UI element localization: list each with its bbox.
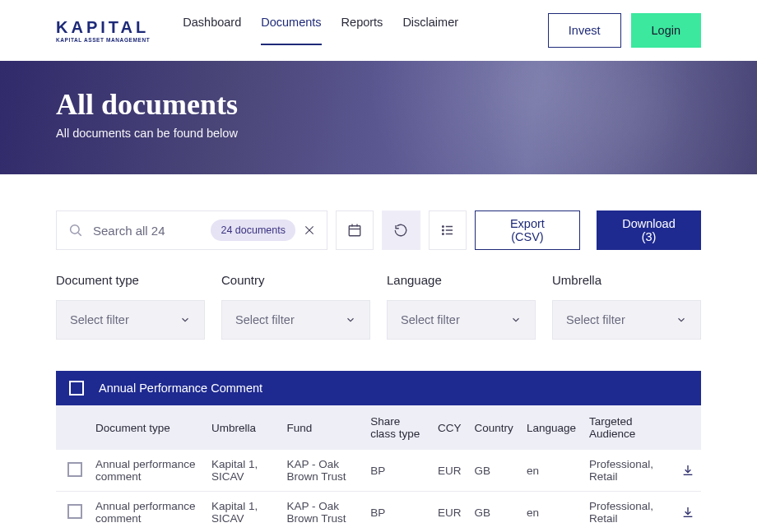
login-button[interactable]: Login [631, 13, 701, 48]
download-row-icon[interactable] [681, 464, 694, 477]
filter-document-type-select[interactable]: Select filter [56, 300, 205, 340]
clear-search-icon[interactable] [304, 224, 315, 236]
filter-placeholder: Select filter [401, 313, 460, 326]
hero-banner: All documents All documents can be found… [0, 61, 757, 174]
col-fund: Fund [280, 405, 364, 450]
results-count-chip: 24 documents [211, 220, 295, 241]
refresh-icon [393, 223, 408, 238]
table-row: Annual performance comment Kapital 1, SI… [56, 492, 701, 533]
main-nav: Dashboard Documents Reports Disclaimer [183, 16, 548, 45]
svg-point-11 [442, 226, 444, 228]
download-row-icon[interactable] [681, 506, 694, 519]
chevron-down-icon [179, 314, 191, 326]
table-group-header: Annual Performance Comment [56, 371, 701, 405]
svg-point-0 [71, 225, 80, 234]
filter-language-select[interactable]: Select filter [387, 300, 536, 340]
nav-reports[interactable]: Reports [341, 16, 383, 45]
col-audience: Targeted Audience [583, 405, 675, 450]
filter-placeholder: Select filter [566, 313, 625, 326]
toolbar: 24 documents Export (CSV) Download (3) [0, 174, 757, 250]
filters-row: Document type Select filter Country Sele… [0, 250, 757, 340]
filter-placeholder: Select filter [70, 313, 129, 326]
filter-umbrella: Umbrella Select filter [552, 273, 701, 340]
calendar-button[interactable] [336, 210, 374, 250]
col-share-class: Share class type [364, 405, 431, 450]
brand-tagline: KAPITAL ASSET MANAGEMENT [56, 37, 150, 43]
cell-audience: Professional, Retail [583, 450, 675, 492]
svg-line-1 [78, 233, 81, 236]
invest-button[interactable]: Invest [548, 13, 621, 48]
svg-rect-4 [349, 226, 360, 236]
svg-point-13 [442, 234, 444, 235]
cell-fund: KAP - Oak Brown Trust [280, 450, 364, 492]
col-umbrella: Umbrella [205, 405, 280, 450]
col-ccy: CCY [431, 405, 468, 450]
cell-language: en [520, 450, 583, 492]
filter-placeholder: Select filter [235, 313, 295, 326]
filter-country: Country Select filter [221, 273, 370, 340]
cell-umbrella: Kapital 1, SICAV [205, 492, 280, 533]
refresh-button[interactable] [382, 210, 420, 250]
chevron-down-icon [345, 314, 356, 326]
header-actions: Invest Login [548, 13, 701, 48]
export-csv-button[interactable]: Export (CSV) [475, 210, 580, 250]
filter-country-select[interactable]: Select filter [221, 300, 370, 340]
cell-ccy: EUR [431, 492, 468, 533]
page-subtitle: All documents can be found below [56, 127, 701, 140]
chevron-down-icon [510, 314, 522, 326]
filter-label: Country [221, 273, 370, 287]
cell-language: en [520, 492, 583, 533]
chevron-down-icon [676, 314, 687, 326]
svg-point-12 [442, 229, 444, 231]
list-icon [440, 223, 455, 238]
row-checkbox[interactable] [67, 462, 82, 477]
documents-table: Annual Performance Comment Document type… [0, 340, 757, 532]
search-input[interactable] [93, 224, 202, 238]
search-box[interactable]: 24 documents [56, 210, 327, 250]
cell-ccy: EUR [431, 450, 468, 492]
filter-document-type: Document type Select filter [56, 273, 205, 340]
nav-documents[interactable]: Documents [261, 16, 321, 45]
brand-name: KAPITAL [56, 18, 150, 37]
cell-share: BP [364, 492, 431, 533]
select-all-checkbox[interactable] [69, 381, 84, 396]
filter-language: Language Select filter [387, 273, 536, 340]
group-title: Annual Performance Comment [99, 382, 262, 395]
search-icon [68, 223, 83, 238]
row-checkbox[interactable] [67, 504, 82, 519]
calendar-icon [347, 223, 362, 238]
filter-label: Language [387, 273, 536, 287]
col-document-type: Document type [89, 405, 205, 450]
filter-label: Umbrella [552, 273, 701, 287]
cell-umbrella: Kapital 1, SICAV [205, 450, 280, 492]
nav-dashboard[interactable]: Dashboard [183, 16, 241, 45]
cell-fund: KAP - Oak Brown Trust [280, 492, 364, 533]
cell-country: GB [468, 450, 520, 492]
filter-label: Document type [56, 273, 205, 287]
nav-disclaimer[interactable]: Disclaimer [402, 16, 458, 45]
cell-document-type: Annual performance comment [89, 492, 205, 533]
page-title: All documents [56, 87, 701, 122]
col-language: Language [520, 405, 583, 450]
header: KAPITAL KAPITAL ASSET MANAGEMENT Dashboa… [0, 0, 757, 61]
filter-umbrella-select[interactable]: Select filter [552, 300, 701, 340]
cell-document-type: Annual performance comment [89, 450, 205, 492]
table-header: Document type Umbrella Fund Share class … [56, 405, 701, 450]
brand-logo[interactable]: KAPITAL KAPITAL ASSET MANAGEMENT [56, 18, 150, 43]
cell-audience: Professional, Retail [583, 492, 675, 533]
table-row: Annual performance comment Kapital 1, SI… [56, 450, 701, 492]
col-country: Country [468, 405, 520, 450]
cell-share: BP [364, 450, 431, 492]
list-view-button[interactable] [429, 210, 467, 250]
cell-country: GB [468, 492, 520, 533]
download-button[interactable]: Download (3) [597, 210, 701, 250]
